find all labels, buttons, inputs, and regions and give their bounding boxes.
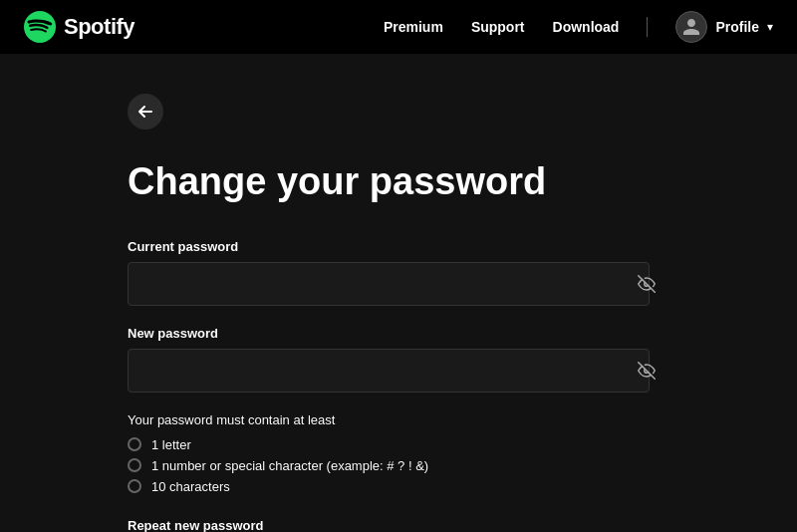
page-title: Change your password bbox=[128, 161, 669, 203]
current-password-toggle-icon[interactable] bbox=[638, 275, 656, 293]
current-password-label: Current password bbox=[128, 239, 669, 254]
spotify-logo-icon bbox=[24, 11, 56, 43]
svg-point-0 bbox=[24, 11, 56, 43]
spotify-logo[interactable]: Spotify bbox=[24, 11, 134, 43]
current-password-group: Current password bbox=[128, 239, 669, 306]
requirement-radio-length bbox=[128, 479, 141, 493]
nav-premium-link[interactable]: Premium bbox=[384, 19, 443, 35]
requirement-item-letter: 1 letter bbox=[128, 437, 669, 452]
repeat-password-label: Repeat new password bbox=[128, 518, 669, 532]
main-content: Change your password Current password Ne… bbox=[0, 54, 797, 532]
nav-support-link[interactable]: Support bbox=[471, 19, 525, 35]
navbar: Spotify Premium Support Download Profile… bbox=[0, 0, 797, 54]
nav-right: Premium Support Download Profile ▾ bbox=[384, 11, 773, 43]
new-password-group: New password bbox=[128, 326, 669, 393]
back-button[interactable] bbox=[128, 94, 163, 130]
profile-label: Profile bbox=[715, 19, 759, 35]
avatar bbox=[675, 11, 707, 43]
requirement-item-length: 10 characters bbox=[128, 479, 669, 494]
requirement-text-length: 10 characters bbox=[151, 479, 230, 494]
requirement-text-number: 1 number or special character (example: … bbox=[151, 458, 428, 473]
password-requirements: Your password must contain at least 1 le… bbox=[128, 412, 669, 494]
nav-download-link[interactable]: Download bbox=[553, 19, 620, 35]
requirement-radio-number bbox=[128, 458, 141, 472]
current-password-input[interactable] bbox=[128, 262, 650, 306]
new-password-input[interactable] bbox=[128, 349, 650, 393]
new-password-label: New password bbox=[128, 326, 669, 341]
spotify-wordmark: Spotify bbox=[64, 14, 134, 40]
requirement-item-number: 1 number or special character (example: … bbox=[128, 458, 669, 473]
nav-divider bbox=[647, 17, 648, 37]
requirement-text-letter: 1 letter bbox=[151, 437, 191, 452]
current-password-wrapper bbox=[128, 262, 669, 306]
requirements-title: Your password must contain at least bbox=[128, 412, 669, 427]
new-password-toggle-icon[interactable] bbox=[638, 362, 656, 380]
nav-left: Spotify bbox=[24, 11, 134, 43]
nav-profile[interactable]: Profile ▾ bbox=[675, 11, 773, 43]
repeat-password-group: Repeat new password bbox=[128, 518, 669, 532]
back-arrow-icon bbox=[137, 104, 153, 120]
requirement-radio-letter bbox=[128, 437, 141, 451]
user-icon bbox=[681, 17, 701, 37]
new-password-wrapper bbox=[128, 349, 669, 393]
chevron-down-icon: ▾ bbox=[767, 20, 773, 34]
